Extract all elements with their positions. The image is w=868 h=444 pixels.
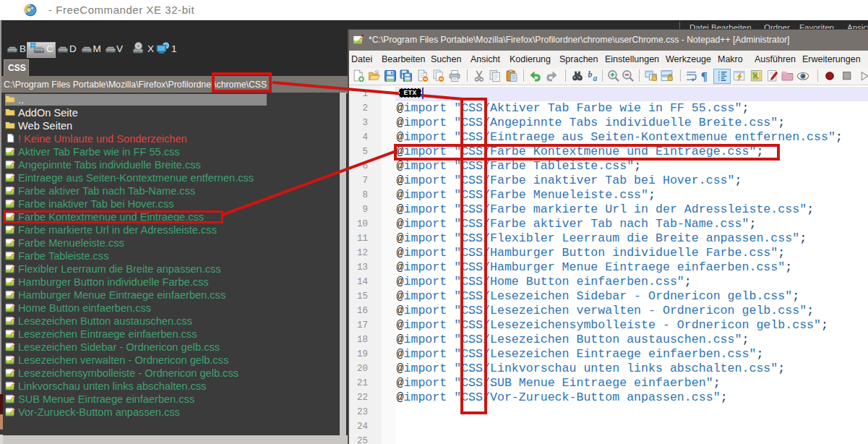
svg-text:b: b	[588, 70, 593, 80]
svg-text:a: a	[593, 73, 597, 82]
svg-text:¶: ¶	[701, 69, 708, 82]
